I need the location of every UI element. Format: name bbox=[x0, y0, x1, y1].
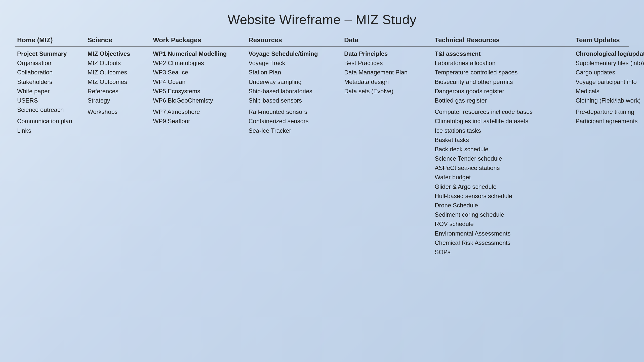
data-row: Project SummaryOrganisationCollaboration… bbox=[15, 49, 629, 257]
list-item: White paper bbox=[17, 86, 84, 96]
list-item: WP6 BioGeoChemisty bbox=[153, 96, 245, 105]
list-item: WP7 Atmosphere bbox=[153, 107, 245, 116]
list-item: WP5 Ecosystems bbox=[153, 86, 245, 96]
col-content-resources: Voyage Schedule/timingVoyage TrackStatio… bbox=[247, 49, 342, 135]
list-item: Science Tender schedule bbox=[435, 154, 572, 163]
list-item: Metadata design bbox=[344, 77, 431, 86]
list-item: Underway sampling bbox=[249, 77, 340, 86]
list-item: Stakeholders bbox=[17, 77, 84, 86]
list-item: Glider & Argo schedule bbox=[435, 182, 572, 191]
list-item: WP4 Ocean bbox=[153, 77, 245, 86]
col-content-workpackages: WP1 Numerical ModellingWP2 Climatologies… bbox=[151, 49, 247, 126]
col-content-home: Project SummaryOrganisationCollaboration… bbox=[15, 49, 86, 135]
list-item: Back deck schedule bbox=[435, 145, 572, 154]
list-item: WP2 Climatologies bbox=[153, 58, 245, 68]
list-item: USERS bbox=[17, 96, 84, 105]
list-item: Biosecurity and other permits bbox=[435, 77, 572, 86]
list-item: Sediment coring schedule bbox=[435, 210, 572, 219]
bold-item-home: Project Summary bbox=[17, 49, 84, 58]
list-item: ASPeCt sea-ice stations bbox=[435, 163, 572, 172]
col-header-data: Data bbox=[342, 36, 433, 44]
list-item: Science outreach bbox=[17, 105, 84, 114]
list-item: Ice stations tasks bbox=[435, 126, 572, 135]
list-item: References bbox=[88, 86, 149, 96]
list-item: Best Practices bbox=[344, 58, 431, 68]
list-item: Data Management Plan bbox=[344, 68, 431, 77]
list-item: Medicals bbox=[576, 86, 644, 96]
list-item: WP3 Sea Ice bbox=[153, 68, 245, 77]
col-header-team: Team Updates bbox=[574, 36, 644, 44]
list-item: Chemical Risk Assessments bbox=[435, 238, 572, 247]
list-item: Sea-Ice Tracker bbox=[249, 126, 340, 135]
list-item: Workshops bbox=[88, 107, 149, 116]
list-item: Hull-based sensors schedule bbox=[435, 191, 572, 201]
col-header-science: Science bbox=[86, 36, 151, 44]
list-item: Supplementary files (info) bbox=[576, 58, 644, 68]
list-item: Ship-based laboratories bbox=[249, 86, 340, 96]
list-item: ROV schedule bbox=[435, 219, 572, 229]
bold-item-workpackages: WP1 Numerical Modelling bbox=[153, 49, 245, 58]
list-item: MIZ Outcomes bbox=[88, 68, 149, 77]
col-header-workpackages: Work Packages bbox=[151, 36, 247, 44]
list-item: Cargo updates bbox=[576, 68, 644, 77]
list-item: Data sets (Evolve) bbox=[344, 86, 431, 96]
list-item: Participant agreements bbox=[576, 116, 644, 126]
list-item: Clothing (Field/lab work) bbox=[576, 96, 644, 105]
list-item: Dangerous goods register bbox=[435, 86, 572, 96]
list-item: Rail-mounted sensors bbox=[249, 107, 340, 116]
list-item: Environmental Assessments bbox=[435, 229, 572, 238]
list-item: WP9 Seafloor bbox=[153, 116, 245, 126]
bold-item-science: MIZ Objectives bbox=[88, 49, 149, 58]
wireframe-table: Home (MIZ)ScienceWork PackagesResourcesD… bbox=[15, 36, 629, 257]
col-content-technical: T&I assessmentLaboratories allocationTem… bbox=[433, 49, 574, 257]
list-item: MIZ Outcomes bbox=[88, 77, 149, 86]
list-item: Drone Schedule bbox=[435, 201, 572, 210]
list-item: Communication plan bbox=[17, 116, 84, 126]
bold-item-data: Data Principles bbox=[344, 49, 431, 58]
col-header-resources: Resources bbox=[247, 36, 342, 44]
header-row: Home (MIZ)ScienceWork PackagesResourcesD… bbox=[15, 36, 629, 47]
page-title: Website Wireframe – MIZ Study bbox=[0, 0, 644, 36]
list-item: Laboratories allocation bbox=[435, 58, 572, 68]
list-item: Computer resources incl code bases bbox=[435, 107, 572, 116]
bold-item-team: Chronological log/updates bbox=[576, 49, 644, 58]
bold-item-resources: Voyage Schedule/timing bbox=[249, 49, 340, 58]
list-item: Pre-departure training bbox=[576, 107, 644, 116]
col-content-data: Data PrinciplesBest PracticesData Manage… bbox=[342, 49, 433, 96]
list-item: Bottled gas register bbox=[435, 96, 572, 105]
list-item: Basket tasks bbox=[435, 135, 572, 145]
list-item: SOPs bbox=[435, 247, 572, 257]
list-item: Ship-based sensors bbox=[249, 96, 340, 105]
list-item: Containerized sensors bbox=[249, 116, 340, 126]
list-item: Collaboration bbox=[17, 68, 84, 77]
list-item: Water budget bbox=[435, 172, 572, 182]
col-content-science: MIZ ObjectivesMIZ OutputsMIZ OutcomesMIZ… bbox=[86, 49, 151, 116]
list-item: Station Plan bbox=[249, 68, 340, 77]
list-item: MIZ Outputs bbox=[88, 58, 149, 68]
list-item: Organisation bbox=[17, 58, 84, 68]
list-item: Voyage participant info bbox=[576, 77, 644, 86]
list-item: Climatologies incl satellite datasets bbox=[435, 116, 572, 126]
list-item: Links bbox=[17, 126, 84, 135]
col-header-technical: Technical Resources bbox=[433, 36, 574, 44]
list-item: Voyage Track bbox=[249, 58, 340, 68]
col-content-team: Chronological log/updatesSupplementary f… bbox=[574, 49, 644, 126]
list-item: Strategy bbox=[88, 96, 149, 105]
col-header-home: Home (MIZ) bbox=[15, 36, 86, 44]
bold-item-technical: T&I assessment bbox=[435, 49, 572, 58]
list-item: Temperature-controlled spaces bbox=[435, 68, 572, 77]
